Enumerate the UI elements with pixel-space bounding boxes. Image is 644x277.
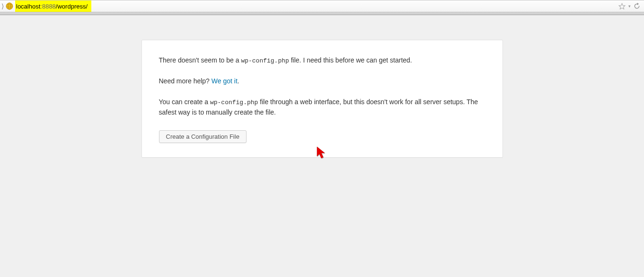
reload-icon[interactable] xyxy=(634,3,640,9)
site-globe-icon xyxy=(6,2,13,10)
url-port: :8888 xyxy=(40,3,56,10)
text: Need more help? xyxy=(159,77,212,85)
bookmark-dropdown-icon[interactable]: ▾ xyxy=(628,4,631,9)
url-host: localhost xyxy=(16,3,40,10)
browser-toolbar: ⟩ localhost:8888/wordpress/ ▾ xyxy=(0,0,644,12)
setup-message-card: There doesn't seem to be a wp-config.php… xyxy=(141,40,503,158)
nav-back-indicator: ⟩ xyxy=(0,2,5,10)
text: . xyxy=(238,77,239,85)
svg-marker-2 xyxy=(619,3,625,9)
instruction-message: You can create a wp-config.php file thro… xyxy=(159,97,485,118)
wp-config-code: wp-config.php xyxy=(210,99,258,106)
url-path: /wordpress/ xyxy=(56,3,88,10)
bookmark-star-icon[interactable] xyxy=(618,3,626,10)
missing-config-message: There doesn't seem to be a wp-config.php… xyxy=(159,55,485,66)
toolbar-right: ▾ xyxy=(618,3,644,10)
create-config-button[interactable]: Create a Configuration File xyxy=(159,130,247,143)
text: You can create a xyxy=(159,98,210,106)
text: There doesn't seem to be a xyxy=(159,56,241,64)
page-body: There doesn't seem to be a wp-config.php… xyxy=(0,15,644,277)
toolbar-left: ⟩ localhost:8888/wordpress/ xyxy=(0,0,91,12)
help-message: Need more help? We got it. xyxy=(159,76,485,87)
text: file. I need this before we can get star… xyxy=(289,56,412,64)
wp-config-code: wp-config.php xyxy=(241,57,289,64)
address-bar[interactable]: localhost:8888/wordpress/ xyxy=(15,0,91,12)
help-link[interactable]: We got it xyxy=(212,77,238,85)
